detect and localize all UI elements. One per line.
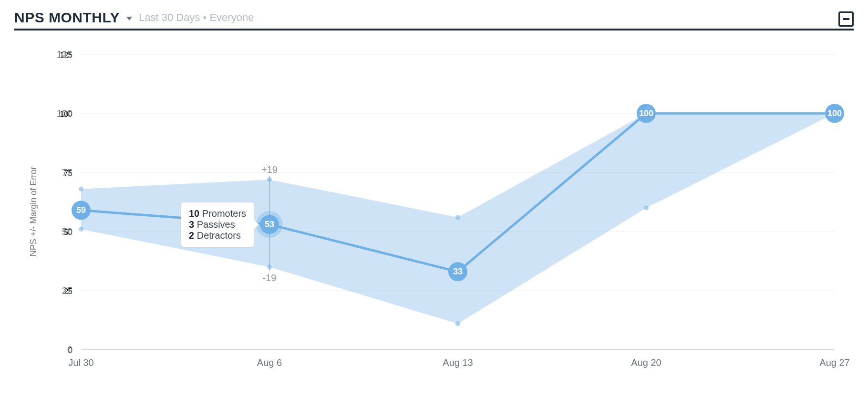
passives-count: 3 — [189, 219, 194, 230]
svg-point-27 — [644, 205, 649, 210]
svg-text:100: 100 — [57, 108, 72, 119]
passives-label: Passives — [197, 219, 235, 230]
svg-text:50: 50 — [62, 226, 72, 237]
svg-text:100: 100 — [639, 109, 653, 118]
chart-area: NPS +/- Margin of Error 0025255050757510… — [14, 45, 854, 378]
svg-point-20 — [267, 177, 272, 182]
svg-text:125: 125 — [57, 49, 72, 60]
promoters-count: 10 — [189, 208, 199, 219]
svg-text:75: 75 — [62, 167, 72, 178]
svg-point-21 — [455, 215, 460, 220]
svg-text:59: 59 — [76, 205, 86, 215]
svg-text:Aug 20: Aug 20 — [631, 357, 661, 368]
minus-icon — [843, 18, 849, 20]
chart-subtitle: Last 30 Days • Everyone — [139, 11, 254, 24]
svg-text:-19: -19 — [263, 273, 277, 283]
svg-point-26 — [455, 321, 460, 326]
nps-line-chart[interactable]: 00252550507575100100125125+19-1959533310… — [14, 45, 854, 378]
svg-text:Aug 13: Aug 13 — [443, 357, 473, 368]
y-axis-label: NPS +/- Margin of Error — [29, 167, 39, 257]
chart-header: NPS MONTHLY Last 30 Days • Everyone — [14, 10, 854, 30]
svg-text:Aug 27: Aug 27 — [819, 357, 849, 368]
svg-text:Jul 30: Jul 30 — [68, 357, 93, 368]
svg-text:100: 100 — [827, 109, 842, 118]
svg-point-24 — [79, 227, 83, 232]
chart-title[interactable]: NPS MONTHLY — [14, 10, 120, 26]
svg-text:33: 33 — [453, 267, 463, 276]
detractors-count: 2 — [189, 230, 194, 241]
promoters-label: Promoters — [202, 208, 246, 219]
svg-text:0: 0 — [67, 344, 72, 355]
chevron-down-icon[interactable] — [126, 17, 132, 20]
collapse-button[interactable] — [838, 11, 854, 27]
svg-text:Aug 6: Aug 6 — [257, 357, 282, 368]
svg-point-19 — [79, 187, 83, 192]
svg-point-25 — [267, 264, 272, 269]
point-tooltip: 10 Promoters 3 Passives 2 Detractors — [181, 202, 254, 247]
svg-text:+19: +19 — [261, 164, 278, 175]
svg-text:53: 53 — [265, 220, 274, 229]
detractors-label: Detractors — [197, 230, 241, 241]
svg-text:25: 25 — [62, 285, 72, 296]
